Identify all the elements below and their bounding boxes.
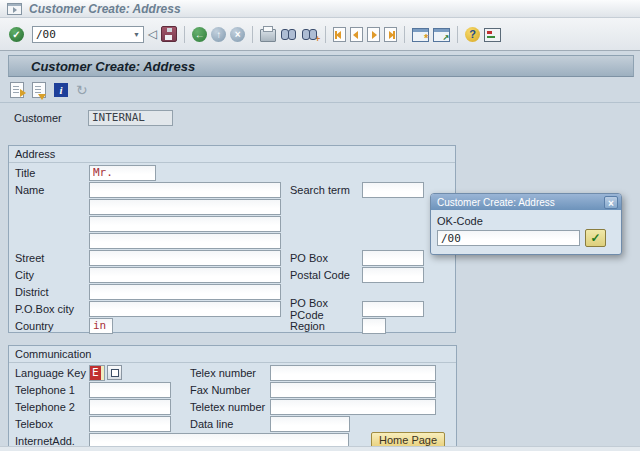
sheet-export-icon[interactable] (32, 82, 46, 98)
toolbar-separator (325, 26, 326, 43)
telebox-input[interactable] (89, 416, 171, 432)
name-input-1[interactable] (89, 182, 281, 198)
form-row: Telephone 2 Teletex number (15, 398, 456, 415)
form-row: Language Key E Telex number (15, 364, 456, 381)
customer-field[interactable] (88, 110, 173, 126)
toolbar-separator (184, 26, 185, 43)
work-area: Customer Create: Address Customer Addres… (0, 51, 640, 451)
command-field (32, 26, 144, 43)
next-page-icon[interactable] (367, 27, 380, 42)
window-title: Customer Create: Address (29, 2, 181, 16)
window-menu-icon[interactable] (7, 3, 22, 15)
po-box-city-input[interactable] (89, 301, 281, 317)
create-shortcut-icon[interactable] (433, 28, 450, 42)
dialog-input-row: ✓ (437, 229, 615, 247)
print-icon[interactable] (260, 29, 276, 42)
language-key-value: E (90, 366, 101, 380)
city-label: City (15, 269, 89, 281)
ok-code-label: OK-Code (437, 215, 615, 227)
customize-layout-icon[interactable] (484, 28, 501, 42)
po-box-pcode-input[interactable] (362, 301, 424, 317)
toolbar-separator (457, 26, 458, 43)
refresh-icon[interactable] (76, 82, 88, 98)
save-icon[interactable] (161, 26, 177, 42)
street-label: Street (15, 252, 89, 264)
internet-add-label: InternetAdd. (15, 435, 89, 447)
back-icon[interactable] (192, 27, 207, 42)
confirm-button[interactable]: ✓ (585, 229, 606, 247)
command-input[interactable] (33, 28, 130, 41)
teletex-label: Teletex number (190, 401, 268, 413)
name-input-3[interactable] (89, 216, 281, 232)
telephone2-label: Telephone 2 (15, 401, 89, 413)
dialog-titlebar[interactable]: Customer Create: Address × (431, 194, 621, 210)
search-term-input[interactable] (362, 182, 424, 198)
check-icon: ✓ (590, 231, 600, 245)
teletex-input[interactable] (270, 399, 436, 415)
telex-input[interactable] (270, 365, 436, 381)
address-section-title: Address (9, 146, 455, 163)
close-icon[interactable]: × (604, 196, 618, 209)
command-dropdown-icon[interactable] (130, 27, 143, 42)
find-icon[interactable] (280, 28, 297, 41)
form-row: Telephone 1 Fax Number (15, 381, 456, 398)
form-row: Street PO Box (15, 249, 455, 266)
city-input[interactable] (89, 267, 281, 283)
postal-code-label: Postal Code (290, 269, 360, 281)
form-row: District (15, 283, 455, 300)
district-label: District (15, 286, 89, 298)
screen-titlebar: Customer Create: Address (8, 55, 634, 77)
possible-entries-icon[interactable] (107, 365, 122, 380)
telephone1-input[interactable] (89, 382, 171, 398)
last-page-icon[interactable] (384, 27, 397, 42)
telephone2-input[interactable] (89, 399, 171, 415)
country-input[interactable] (89, 318, 113, 334)
previous-page-icon[interactable] (350, 27, 363, 42)
form-row: City Postal Code (15, 266, 455, 283)
plus-glyph (315, 34, 320, 44)
enter-icon[interactable] (9, 27, 24, 42)
form-row: Title (15, 164, 455, 181)
language-key-field[interactable]: E (89, 365, 105, 381)
customer-label: Customer (14, 112, 88, 124)
toolbar-separator (252, 26, 253, 43)
find-next-icon[interactable] (301, 28, 318, 41)
collapse-toolbar-icon[interactable] (148, 27, 157, 42)
data-line-label: Data line (190, 418, 268, 430)
district-input[interactable] (89, 284, 281, 300)
status-bar-strip (0, 446, 640, 451)
street-input[interactable] (89, 250, 281, 266)
data-line-input[interactable] (270, 416, 350, 432)
region-input[interactable] (362, 318, 386, 334)
cancel-icon[interactable] (230, 27, 245, 42)
fax-input[interactable] (270, 382, 436, 398)
postal-code-input[interactable] (362, 267, 424, 283)
window-titlebar: Customer Create: Address (0, 0, 640, 18)
info-icon[interactable] (54, 83, 68, 97)
dialog-title: Customer Create: Address (437, 197, 604, 208)
form-row: Country Region (15, 317, 455, 334)
exit-icon[interactable] (211, 27, 226, 42)
application-toolbar (0, 78, 640, 103)
name-input-2[interactable] (89, 199, 281, 215)
form-row: Name Search term (15, 181, 455, 198)
title-input[interactable] (89, 165, 156, 181)
name-input-4[interactable] (89, 233, 281, 249)
fax-label: Fax Number (190, 384, 268, 396)
po-box-input[interactable] (362, 250, 424, 266)
customer-row: Customer (14, 109, 173, 126)
help-icon[interactable] (465, 27, 480, 42)
communication-section-title: Communication (9, 346, 456, 363)
standard-toolbar (0, 18, 640, 51)
telex-label: Telex number (190, 367, 268, 379)
po-box-label: PO Box (290, 252, 360, 264)
sap-gui-window: Customer Create: Address Customer (0, 0, 640, 451)
form-row (15, 215, 455, 232)
sheet-forward-icon[interactable] (10, 82, 24, 98)
communication-groupbox: Communication Language Key E Telex numbe… (8, 345, 457, 448)
po-box-city-label: P.O.Box city (15, 303, 89, 315)
telebox-label: Telebox (15, 418, 89, 430)
first-page-icon[interactable] (333, 27, 346, 42)
ok-code-input[interactable] (437, 230, 580, 246)
new-session-icon[interactable] (412, 28, 429, 42)
